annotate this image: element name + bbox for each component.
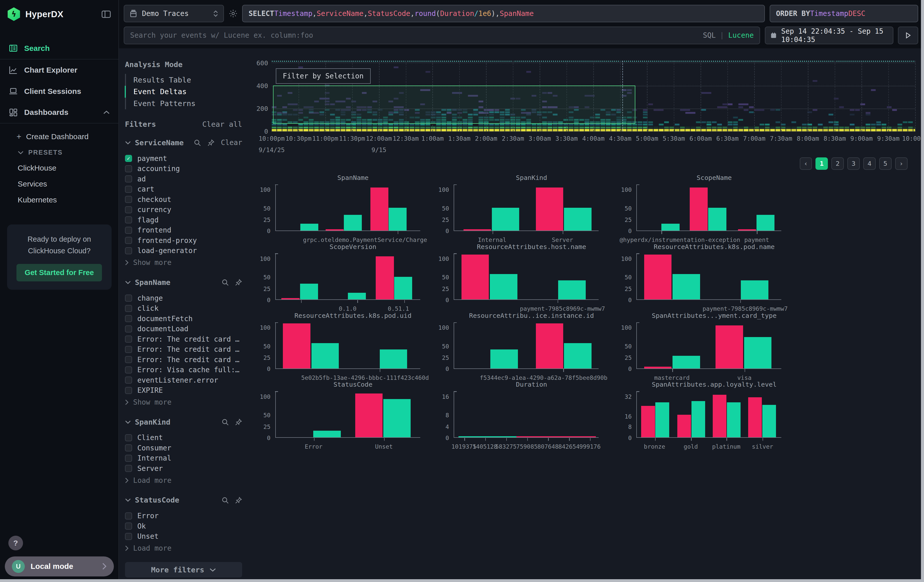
- filter-option-consumer[interactable]: Consumer: [125, 443, 242, 453]
- pin-icon[interactable]: [235, 419, 242, 425]
- search-icon[interactable]: [222, 497, 229, 504]
- page-button-2[interactable]: 2: [832, 157, 844, 170]
- filter-option-error-the-credit-card-[interactable]: Error: The credit card (…: [125, 354, 242, 365]
- checkbox[interactable]: [125, 336, 132, 343]
- vertical-scrollbar[interactable]: [921, 0, 924, 582]
- checkbox[interactable]: [125, 434, 132, 441]
- checkbox[interactable]: [125, 186, 132, 193]
- source-select[interactable]: Demo Traces: [124, 5, 224, 23]
- filter-option-eventlistener-error[interactable]: eventListener.error: [125, 375, 242, 386]
- checkbox[interactable]: [125, 387, 132, 394]
- filter-option-documentload[interactable]: documentLoad: [125, 324, 242, 334]
- checkbox[interactable]: [125, 305, 132, 312]
- load-more-spankind[interactable]: Load more: [125, 475, 242, 486]
- filter-option-frontend[interactable]: frontend: [125, 225, 242, 236]
- filter-option-error-the-credit-card-[interactable]: Error: The credit card (…: [125, 334, 242, 345]
- filter-group-ServiceName[interactable]: ServiceNameClear: [125, 137, 242, 148]
- filter-group-SpanName[interactable]: SpanName: [125, 277, 242, 288]
- filter-option-checkout[interactable]: checkout: [125, 195, 242, 205]
- page-prev-button[interactable]: ‹: [800, 157, 812, 170]
- clear-group-button[interactable]: Clear: [221, 138, 242, 147]
- search-input[interactable]: Search your events w/ Lucene ex. column:…: [124, 26, 760, 44]
- sidebar-item-chart-explorer[interactable]: Chart Explorer: [0, 59, 119, 81]
- clear-all-button[interactable]: Clear all: [202, 120, 242, 129]
- filter-option-expire[interactable]: EXPIRE: [125, 385, 242, 396]
- sidebar-item-client-sessions[interactable]: Client Sessions: [0, 81, 119, 102]
- lang-sql[interactable]: SQL: [703, 31, 716, 40]
- checkbox[interactable]: [125, 325, 132, 333]
- filter-option-error-visa-cache-full-[interactable]: Error: Visa cache full: …: [125, 364, 242, 375]
- more-filters-button[interactable]: More filters: [125, 562, 242, 577]
- filter-option-ok[interactable]: Ok: [125, 521, 242, 531]
- checkbox[interactable]: [125, 444, 132, 452]
- preset-services[interactable]: Services: [0, 176, 119, 192]
- filter-option-error[interactable]: Error: [125, 511, 242, 521]
- checkbox[interactable]: [125, 346, 132, 353]
- show-more-servicename[interactable]: Show more: [125, 257, 242, 268]
- sidebar-collapse-icon[interactable]: [101, 10, 111, 18]
- preset-kubernetes[interactable]: Kubernetes: [0, 192, 119, 208]
- filter-option-ad[interactable]: ad: [125, 174, 242, 184]
- page-button-4[interactable]: 4: [863, 157, 876, 170]
- checkbox-checked[interactable]: ✓: [125, 155, 132, 162]
- presets-toggle[interactable]: PRESETS: [0, 145, 119, 160]
- language-toggle[interactable]: SQL | Lucene: [703, 31, 754, 40]
- horizontal-scrollbar[interactable]: [0, 579, 924, 582]
- analysis-mode-event-patterns[interactable]: Event Patterns: [125, 98, 242, 110]
- filter-option-click[interactable]: click: [125, 303, 242, 313]
- filter-option-flagd[interactable]: flagd: [125, 215, 242, 225]
- checkbox[interactable]: [125, 455, 132, 462]
- page-next-button[interactable]: ›: [895, 157, 908, 170]
- filter-group-StatusCode[interactable]: StatusCode: [125, 495, 242, 506]
- filter-option-documentfetch[interactable]: documentFetch: [125, 313, 242, 324]
- filter-group-SpanKind[interactable]: SpanKind: [125, 417, 242, 427]
- page-button-1[interactable]: 1: [815, 157, 828, 170]
- filter-option-unset[interactable]: Unset: [125, 531, 242, 541]
- checkbox[interactable]: [125, 533, 132, 540]
- checkbox[interactable]: [125, 216, 132, 223]
- page-button-5[interactable]: 5: [879, 157, 892, 170]
- checkbox[interactable]: [125, 165, 132, 172]
- search-icon[interactable]: [222, 279, 229, 286]
- checkbox[interactable]: [125, 315, 132, 322]
- pin-icon[interactable]: [235, 279, 242, 286]
- checkbox[interactable]: [125, 356, 132, 363]
- filter-option-load-generator[interactable]: load-generator: [125, 246, 242, 256]
- run-query-button[interactable]: [898, 26, 918, 44]
- filter-option-change[interactable]: change: [125, 293, 242, 303]
- checkbox[interactable]: [125, 196, 132, 203]
- preset-clickhouse[interactable]: ClickHouse: [0, 160, 119, 176]
- checkbox[interactable]: [125, 295, 132, 302]
- pin-icon[interactable]: [235, 497, 242, 504]
- filter-option-client[interactable]: Client: [125, 433, 242, 443]
- get-started-button[interactable]: Get Started for Free: [16, 264, 102, 282]
- date-range-picker[interactable]: Sep 14 22:04:35 - Sep 15 10:04:35: [765, 26, 893, 44]
- filter-option-accounting[interactable]: accounting: [125, 163, 242, 174]
- heatmap-selection[interactable]: [273, 86, 635, 124]
- analysis-mode-event-deltas[interactable]: Event Deltas: [125, 86, 242, 98]
- analysis-mode-results-table[interactable]: Results Table: [125, 74, 242, 86]
- load-more-statuscode[interactable]: Load more: [125, 543, 242, 554]
- lang-lucene[interactable]: Lucene: [728, 31, 754, 40]
- filter-option-error-the-credit-card-[interactable]: Error: The credit card (…: [125, 344, 242, 354]
- filter-option-frontend-proxy[interactable]: frontend-proxy: [125, 235, 242, 246]
- show-more-spanname[interactable]: Show more: [125, 397, 242, 408]
- filter-option-internal[interactable]: Internal: [125, 453, 242, 463]
- checkbox[interactable]: [125, 247, 132, 254]
- filter-option-payment[interactable]: ✓payment: [125, 153, 242, 164]
- sidebar-item-search[interactable]: Search: [0, 38, 119, 59]
- checkbox[interactable]: [125, 227, 132, 234]
- checkbox[interactable]: [125, 206, 132, 213]
- checkbox[interactable]: [125, 523, 132, 529]
- help-button[interactable]: ?: [8, 536, 23, 551]
- page-button-3[interactable]: 3: [847, 157, 860, 170]
- sql-select-input[interactable]: SELECT Timestamp, ServiceName, StatusCod…: [242, 5, 765, 23]
- pin-icon[interactable]: [208, 139, 214, 146]
- search-icon[interactable]: [194, 139, 201, 146]
- sidebar-item-dashboards[interactable]: Dashboards: [0, 102, 119, 123]
- user-menu[interactable]: U Local mode: [5, 556, 114, 576]
- search-icon[interactable]: [222, 419, 229, 425]
- checkbox[interactable]: [125, 237, 132, 244]
- checkbox[interactable]: [125, 175, 132, 183]
- checkbox[interactable]: [125, 465, 132, 472]
